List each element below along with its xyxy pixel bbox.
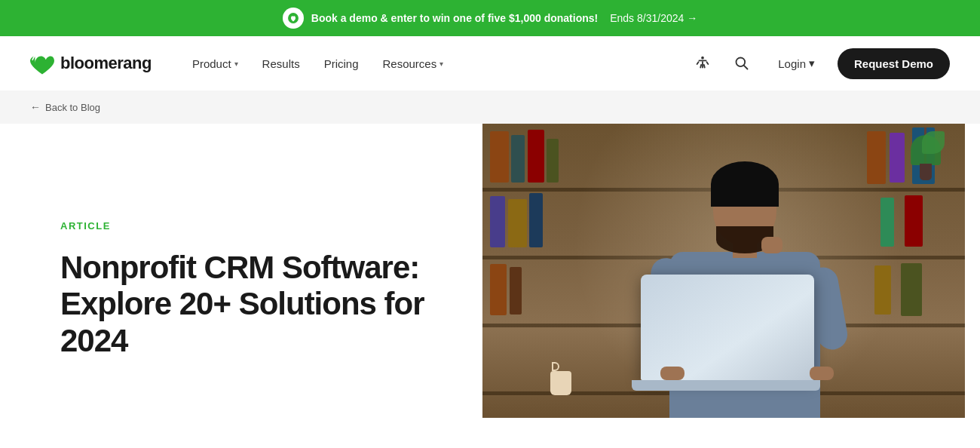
main-content: ARTICLE Nonprofit CRM Software: Explore …	[0, 124, 980, 448]
book-2	[511, 135, 525, 183]
nav-results[interactable]: Results	[252, 51, 311, 76]
search-icon	[734, 56, 749, 71]
book-12	[880, 198, 894, 247]
person-hair	[711, 161, 779, 207]
nav-links: Product ▾ Results Pricing Resources ▾	[182, 51, 454, 76]
banner-cta[interactable]: Ends 8/31/2024 →	[610, 12, 697, 24]
laptop-screen	[641, 275, 814, 380]
navbar: bloomerang Product ▾ Results Pricing Res…	[0, 36, 980, 91]
resources-chevron-icon: ▾	[439, 60, 443, 68]
book-13	[490, 264, 507, 315]
nav-resources[interactable]: Resources ▾	[372, 51, 455, 76]
coffee-mug	[550, 371, 571, 395]
book-16	[874, 265, 891, 315]
logo-icon	[30, 51, 54, 75]
navbar-left: bloomerang Product ▾ Results Pricing Res…	[30, 51, 454, 76]
top-banner: Book a demo & enter to win one of five $…	[0, 0, 980, 36]
login-chevron-icon: ▾	[809, 57, 815, 70]
article-tag: ARTICLE	[60, 220, 445, 232]
back-arrow-icon: ←	[30, 101, 41, 113]
book-7	[867, 131, 886, 184]
person-figure	[639, 161, 850, 418]
book-4	[547, 139, 559, 183]
search-button[interactable]	[728, 50, 755, 77]
person-hand-left	[660, 367, 684, 380]
article-left: ARTICLE Nonprofit CRM Software: Explore …	[0, 124, 482, 448]
person-hand-right	[810, 367, 834, 380]
accessibility-icon	[694, 55, 711, 72]
book-6	[890, 133, 905, 183]
article-title: Nonprofit CRM Software: Explore 20+ Solu…	[60, 250, 445, 359]
book-1	[490, 131, 509, 183]
back-to-blog-link[interactable]: ← Back to Blog	[30, 101, 100, 113]
book-10	[529, 193, 543, 247]
logo[interactable]: bloomerang	[30, 51, 152, 75]
navbar-right: Login ▾ Request Demo	[689, 48, 950, 79]
book-11	[905, 195, 923, 247]
request-demo-button[interactable]: Request Demo	[838, 48, 950, 79]
plant-container	[908, 127, 942, 180]
book-15	[901, 263, 922, 316]
laptop-base	[632, 380, 820, 391]
plant-pot	[920, 164, 932, 180]
book-14	[510, 267, 522, 315]
svg-point-1	[701, 57, 704, 60]
book-8	[490, 196, 505, 247]
nav-pricing[interactable]: Pricing	[314, 51, 369, 76]
book-9	[508, 199, 527, 247]
logo-wordmark: bloomerang	[60, 54, 152, 73]
banner-icon	[283, 8, 304, 29]
banner-text: Book a demo & enter to win one of five $…	[311, 12, 598, 24]
hero-image	[482, 124, 965, 418]
accessibility-button[interactable]	[689, 50, 716, 77]
plant-leaf-2	[922, 131, 945, 154]
product-chevron-icon: ▾	[234, 60, 238, 68]
nav-product[interactable]: Product ▾	[182, 51, 249, 76]
back-to-blog-label: Back to Blog	[45, 102, 100, 113]
person-hand-chin	[761, 237, 782, 253]
book-3	[528, 130, 544, 183]
login-button[interactable]: Login ▾	[767, 51, 825, 76]
breadcrumb-bar: ← Back to Blog	[0, 91, 980, 124]
